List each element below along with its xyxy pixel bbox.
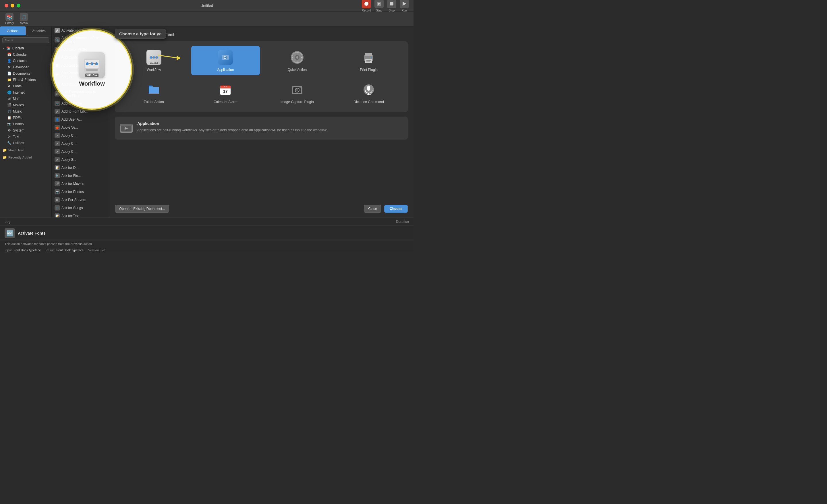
doc-type-quick-action[interactable]: Quick Action	[263, 46, 332, 75]
activate-fonts-icon: A	[55, 28, 60, 33]
recently-added-label: Recently Added	[8, 156, 32, 159]
search-input[interactable]	[2, 37, 49, 43]
media-button[interactable]: 🎵 Media	[18, 13, 30, 25]
sidebar-tree: ▼ 📚 Library 📅 Calendar 👤 Contacts ✕ Deve…	[0, 45, 51, 217]
sidebar-item-text[interactable]: ✕ Text	[0, 134, 51, 140]
record-label: Record	[362, 9, 371, 12]
action-item-add-grid-pdf[interactable]: 📄 Add Grid to PDF Documents	[52, 61, 109, 69]
doc-type-print-plugin[interactable]: Print Plugin	[335, 46, 403, 75]
record-button[interactable]: Record	[362, 0, 371, 12]
action-item-apply-c3[interactable]: ✕ Apply C...	[52, 148, 109, 156]
sidebar-item-utilities[interactable]: 🔧 Utilities	[0, 140, 51, 146]
svg-rect-45	[367, 95, 371, 95]
sidebar: Actions Variables ▼ 📚 Library 📅 Calendar…	[0, 27, 52, 217]
doc-type-dictation[interactable]: Dictation Command	[335, 78, 403, 107]
svg-point-15	[150, 56, 152, 59]
application-icon	[217, 49, 234, 65]
documents-label: Documents	[13, 71, 31, 75]
image-capture-icon	[289, 82, 305, 98]
sidebar-item-fonts[interactable]: A Fonts	[0, 83, 51, 89]
text-icon: ✕	[7, 135, 11, 139]
stop-button[interactable]: Stop	[387, 0, 396, 12]
tab-actions[interactable]: Actions	[0, 27, 26, 35]
action-item-add-album[interactable]: 📷 Add to Album	[52, 99, 109, 107]
tab-variables[interactable]: Variables	[26, 27, 52, 35]
action-item-ask-photos[interactable]: 📷 Ask for Photos	[52, 188, 109, 196]
version-label: Version:	[88, 248, 100, 252]
media-group: 📚 Library 🎵 Media	[3, 13, 30, 25]
action-item-ask-songs[interactable]: 🎵 Ask for Songs	[52, 204, 109, 212]
ask-text-label: Ask for Text	[61, 214, 79, 217]
close-button[interactable]	[5, 4, 8, 7]
doc-type-application[interactable]: Application	[191, 46, 260, 75]
pdfs-icon: 📋	[7, 115, 11, 120]
action-item-apply-c2[interactable]: ✕ Apply C...	[52, 140, 109, 148]
action-item-add-user[interactable]: 👤 Add User A...	[52, 115, 109, 123]
svg-text:JUL: JUL	[224, 86, 228, 88]
run-button[interactable]: Run	[400, 0, 409, 12]
svg-rect-44	[368, 93, 369, 95]
ask-songs-icon: 🎵	[55, 205, 60, 210]
system-label: System	[13, 129, 25, 133]
sidebar-item-photos[interactable]: 📷 Photos	[0, 121, 51, 127]
sidebar-item-library[interactable]: ▼ 📚 Library	[0, 45, 51, 51]
sidebar-item-music[interactable]: 🎵 Music	[0, 108, 51, 114]
sidebar-item-developer[interactable]: ✕ Developer	[0, 64, 51, 70]
action-item-add-packages[interactable]: 📦 Add Packages a...ost-Install Scripts	[52, 69, 109, 81]
close-button-dialog[interactable]: Close	[364, 205, 381, 213]
step-button[interactable]: Step	[375, 0, 384, 12]
actions-list: A Activate Fonts 📎 Add Attachments to Fr…	[52, 27, 109, 217]
action-item-ask-text[interactable]: 📝 Ask for Text	[52, 212, 109, 217]
calendar-alarm-label: Calendar Alarm	[214, 100, 238, 104]
add-config-label: Add Configuration Profiles	[61, 55, 101, 59]
doc-type-calendar-alarm[interactable]: 17JUL Calendar Alarm	[191, 78, 260, 107]
action-item-ask-finder[interactable]: 🔍 Ask for Fin...	[52, 172, 109, 180]
window-title: Untitled	[200, 3, 213, 8]
toolbar-actions: Record Step Stop Run	[362, 0, 409, 12]
action-item-add-attachments[interactable]: 📎 Add Attachments to Front Message	[52, 35, 109, 45]
action-item-ask-movies[interactable]: 🎬 Ask for Movies	[52, 180, 109, 188]
sidebar-item-mail[interactable]: ✉ Mail	[0, 96, 51, 102]
svg-marker-4	[402, 2, 406, 6]
sidebar-item-contacts[interactable]: 👤 Contacts	[0, 58, 51, 64]
sidebar-item-movies[interactable]: 🎬 Movies	[0, 102, 51, 108]
action-item-apply-c1[interactable]: ✕ Apply C...	[52, 132, 109, 140]
action-item-add-font-lib[interactable]: A Add to Font Lib...	[52, 107, 109, 115]
doc-type-folder-action[interactable]: Folder Action	[119, 78, 188, 107]
minimize-button[interactable]	[11, 4, 14, 7]
expand-arrow-library: ▼	[2, 47, 5, 50]
sidebar-item-system[interactable]: ⚙ System	[0, 127, 51, 134]
action-item-ask-servers[interactable]: 🖥 Ask For Servers	[52, 196, 109, 204]
contacts-icon: 👤	[7, 59, 11, 63]
choose-button[interactable]: Choose	[384, 205, 408, 213]
doc-type-image-capture[interactable]: Image Capture Plugin	[263, 78, 332, 107]
action-item-activate-fonts[interactable]: A Activate Fonts	[52, 27, 109, 35]
ask-finder-label: Ask for Fin...	[61, 174, 81, 178]
sidebar-item-calendar[interactable]: 📅 Calendar	[0, 51, 51, 58]
action-item-add-color-profile[interactable]: 🎨 Add Color Profile	[52, 45, 109, 53]
log-label: Log	[5, 220, 10, 224]
content-inner: Choose a type for your document: WFLOW W…	[109, 27, 414, 205]
action-item-ask-d[interactable]: 📝 Ask for D...	[52, 164, 109, 172]
svg-rect-29	[367, 60, 371, 61]
action-item-add-thumbnail[interactable]: 🖼 Add Thumbnail Icon to Image Files	[52, 89, 109, 99]
svg-rect-43	[367, 86, 370, 91]
sidebar-item-pdfs[interactable]: 📋 PDFs	[0, 114, 51, 121]
svg-rect-28	[365, 59, 372, 63]
svg-rect-30	[367, 61, 370, 62]
folder-action-icon	[146, 82, 162, 98]
action-item-apply-s[interactable]: ✕ Apply S...	[52, 156, 109, 164]
doc-type-workflow[interactable]: WFLOW Workflow	[119, 46, 188, 75]
apply-c1-icon: ✕	[55, 133, 60, 138]
workflow-label: Workflow	[147, 68, 161, 72]
sidebar-item-internet[interactable]: 🌐 Internet	[0, 89, 51, 96]
maximize-button[interactable]	[17, 4, 20, 7]
library-button[interactable]: 📚 Library	[3, 13, 15, 25]
open-existing-button[interactable]: Open an Existing Document...	[115, 205, 169, 213]
titlebar: Untitled Record Step Stop Run	[0, 0, 414, 11]
action-item-apple-ve[interactable]: 🍎 Apple Ve...	[52, 123, 109, 132]
action-item-add-songs[interactable]: 🎵 Add Songs to Playlist	[52, 81, 109, 89]
sidebar-item-files-folders[interactable]: 📁 Files & Folders	[0, 77, 51, 83]
action-item-add-config-profiles[interactable]: ⚙ Add Configuration Profiles	[52, 53, 109, 61]
sidebar-item-documents[interactable]: 📄 Documents	[0, 70, 51, 77]
